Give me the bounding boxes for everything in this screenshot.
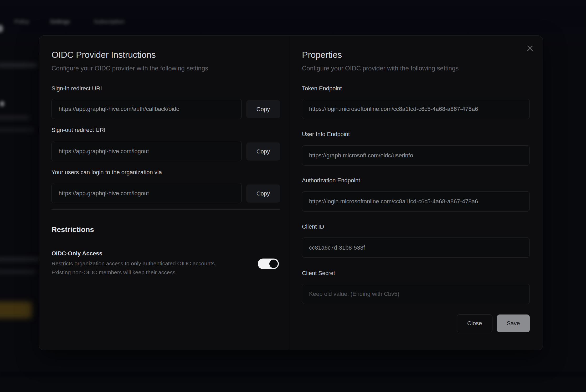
authorization-endpoint-input[interactable] xyxy=(302,191,530,212)
sign-out-redirect-label: Sign-out redirect URI xyxy=(52,127,105,133)
client-id-input[interactable] xyxy=(302,238,530,258)
save-button[interactable]: Save xyxy=(497,314,530,332)
oidc-settings-dialog: OIDC Provider Instructions Configure you… xyxy=(39,35,543,350)
properties-title: Properties xyxy=(302,50,342,60)
restrictions-title: Restrictions xyxy=(52,225,94,234)
oidc-only-toggle[interactable] xyxy=(258,259,279,269)
close-button[interactable]: Close xyxy=(457,314,492,332)
sign-out-redirect-input[interactable] xyxy=(52,141,242,161)
copy-sign-out-button[interactable]: Copy xyxy=(246,142,280,161)
dialog-close-button[interactable] xyxy=(524,42,536,54)
user-info-endpoint-input[interactable] xyxy=(302,145,530,166)
login-via-label: Your users can login to the organization… xyxy=(52,169,162,176)
instructions-subtitle: Configure your OIDC provider with the fo… xyxy=(52,65,208,72)
oidc-only-access-label: OIDC-Only Access xyxy=(52,250,102,257)
copy-sign-in-button[interactable]: Copy xyxy=(246,100,280,118)
sign-in-redirect-label: Sign-in redirect URI xyxy=(52,85,102,92)
instructions-title: OIDC Provider Instructions xyxy=(52,50,156,60)
properties-subtitle: Configure your OIDC provider with the fo… xyxy=(302,65,459,72)
authorization-endpoint-label: Authorization Endpoint xyxy=(302,177,360,184)
client-secret-label: Client Secret xyxy=(302,270,335,277)
copy-login-via-button[interactable]: Copy xyxy=(246,184,280,203)
sign-in-redirect-input[interactable] xyxy=(52,99,242,119)
column-divider xyxy=(290,36,290,350)
toggle-thumb xyxy=(269,260,278,268)
token-endpoint-label: Token Endpoint xyxy=(302,85,342,92)
client-secret-input[interactable] xyxy=(302,284,530,304)
close-icon xyxy=(527,45,533,52)
oidc-only-description-line1: Restricts organization access to only au… xyxy=(52,260,216,267)
client-id-label: Client ID xyxy=(302,223,324,230)
user-info-endpoint-label: User Info Endpoint xyxy=(302,131,350,138)
oidc-only-description-line2: Existing non-OIDC members will keep thei… xyxy=(52,269,177,276)
login-via-input[interactable] xyxy=(52,183,242,203)
restrictions-divider xyxy=(52,209,280,210)
token-endpoint-input[interactable] xyxy=(302,99,530,119)
screen: Policy Settings Subscription OIDC Provid… xyxy=(0,0,586,392)
